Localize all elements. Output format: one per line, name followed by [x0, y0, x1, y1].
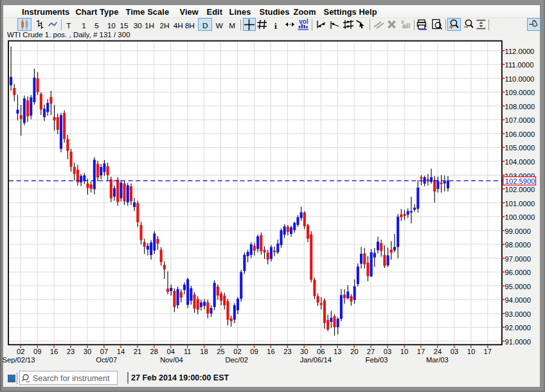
svg-text:06: 06	[317, 348, 325, 355]
svg-text:27: 27	[367, 348, 375, 355]
svg-text:16: 16	[267, 348, 274, 355]
svg-text:Oct/07: Oct/07	[96, 356, 117, 364]
svg-text:93.0000: 93.0000	[505, 310, 531, 318]
svg-text:13: 13	[334, 348, 341, 355]
svg-text:02: 02	[17, 348, 24, 355]
svg-text:111.0000: 111.0000	[505, 61, 534, 69]
svg-text:97.0000: 97.0000	[505, 255, 531, 263]
svg-text:25: 25	[217, 348, 224, 355]
svg-text:Sep/02/13: Sep/02/13	[2, 356, 35, 364]
svg-text:105.0000: 105.0000	[505, 144, 535, 152]
svg-text:Feb/03: Feb/03	[366, 356, 388, 364]
svg-text:14: 14	[117, 348, 125, 355]
svg-text:21: 21	[134, 348, 141, 355]
svg-text:30: 30	[300, 348, 308, 355]
svg-text:28: 28	[150, 348, 158, 355]
svg-text:30: 30	[84, 348, 91, 355]
svg-text:02: 02	[233, 348, 241, 355]
svg-text:11: 11	[184, 348, 192, 355]
svg-text:07: 07	[100, 348, 108, 355]
svg-text:03: 03	[451, 348, 458, 355]
svg-text:91.0000: 91.0000	[505, 338, 531, 346]
svg-text:104.0000: 104.0000	[505, 158, 535, 166]
svg-text:17: 17	[484, 348, 492, 355]
svg-text:102.5900: 102.5900	[505, 177, 535, 185]
svg-text:23: 23	[283, 348, 291, 355]
svg-text:106.0000: 106.0000	[505, 130, 535, 138]
svg-text:04: 04	[167, 348, 175, 355]
svg-text:109.0000: 109.0000	[505, 89, 535, 96]
svg-text:24: 24	[434, 348, 442, 355]
svg-text:16: 16	[50, 348, 58, 355]
svg-text:99.0000: 99.0000	[505, 227, 531, 235]
svg-text:09: 09	[33, 348, 41, 355]
svg-text:96.0000: 96.0000	[505, 269, 531, 276]
svg-text:108.0000: 108.0000	[505, 103, 535, 111]
svg-text:100.0000: 100.0000	[505, 213, 535, 221]
svg-text:101.0000: 101.0000	[505, 200, 535, 208]
svg-text:10: 10	[467, 348, 475, 355]
svg-text:23: 23	[67, 348, 75, 355]
svg-text:94.0000: 94.0000	[505, 296, 531, 304]
svg-text:Mar/03: Mar/03	[426, 356, 449, 364]
svg-text:110.0000: 110.0000	[505, 75, 535, 83]
svg-text:09: 09	[250, 348, 258, 355]
svg-text:107.0000: 107.0000	[505, 116, 535, 124]
svg-text:Dec/02: Dec/02	[225, 356, 247, 364]
svg-text:92.0000: 92.0000	[505, 324, 531, 332]
svg-text:98.0000: 98.0000	[505, 241, 531, 249]
svg-text:Nov/04: Nov/04	[160, 356, 183, 364]
svg-text:95.0000: 95.0000	[505, 283, 531, 290]
svg-text:03: 03	[384, 348, 391, 355]
svg-text:20: 20	[350, 348, 358, 355]
svg-text:112.0000: 112.0000	[505, 48, 535, 55]
svg-text:18: 18	[200, 348, 208, 355]
svg-text:10: 10	[400, 348, 408, 355]
svg-text:17: 17	[417, 348, 425, 355]
svg-text:102.0000: 102.0000	[505, 186, 535, 193]
svg-text:Jan/06/14: Jan/06/14	[300, 356, 332, 364]
